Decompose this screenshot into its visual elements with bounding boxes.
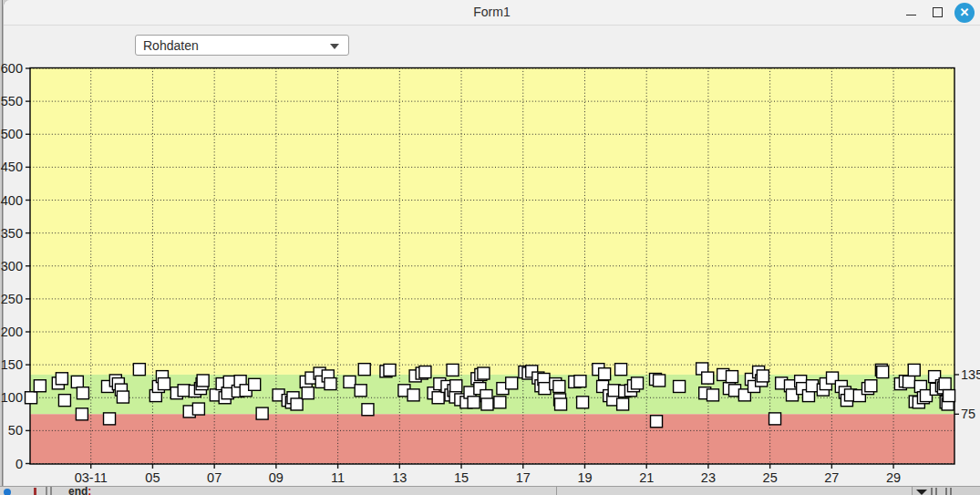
panel-divider [556,487,557,495]
data-point [432,392,444,404]
background-window-strip: end; [0,486,980,495]
data-point [26,392,37,404]
data-point [615,364,627,376]
data-point [654,375,665,387]
data-point [197,375,209,387]
x-tick-label: 23 [701,470,716,485]
breakpoint-dot-icon [4,489,11,495]
gutter-divider [50,487,52,495]
data-point [302,387,314,399]
data-point [506,377,518,389]
data-point [450,380,462,392]
data-point [877,366,889,378]
dataset-dropdown[interactable]: Rohdaten [135,35,349,56]
zone-high [30,68,954,375]
x-tick-label: 19 [577,470,592,485]
data-point [702,372,714,384]
data-point [539,383,551,395]
data-point [407,389,419,401]
data-point [807,380,819,392]
x-tick-label: 13 [392,470,407,485]
data-point [674,380,686,392]
y-tick-label: 150 [1,357,23,372]
data-point [158,378,170,390]
data-point [362,404,374,416]
data-point [384,364,396,376]
y-tick-label: 500 [1,127,23,141]
data-point [757,370,769,382]
data-point [178,385,190,397]
data-point [358,364,370,376]
y-tick-label: 0 [15,457,23,471]
data-point [574,376,586,387]
y-tick-label: 550 [1,94,23,108]
data-point [58,395,70,407]
gutter-mark-icon [34,488,36,495]
data-point [478,367,490,379]
y-tick-label: 400 [1,193,23,208]
scrollbar-divider [945,488,947,495]
data-point [117,391,129,403]
y-tick-label: 100 [1,390,23,405]
data-point [555,398,567,410]
data-point [944,390,955,402]
dataset-dropdown-value: Rohdaten [143,36,199,56]
data-point [77,387,88,399]
x-tick-label: 25 [763,470,778,485]
y-tick-label: 300 [1,259,23,273]
data-point [726,371,738,383]
y-tick-label: 450 [1,160,23,174]
data-point [133,364,145,376]
data-point [56,373,67,385]
x-tick-label: 21 [639,470,654,485]
right-tick-label: 135 [961,367,980,382]
data-point [419,366,431,378]
y-tick-label: 600 [1,61,23,76]
scrollbar-divider [935,488,937,495]
x-tick-label: 05 [145,470,160,485]
x-tick-label: 27 [824,470,839,485]
x-tick-label: 11 [331,470,345,485]
data-point [291,398,303,410]
scrollbar-divider [950,488,952,495]
data-point [599,368,611,380]
data-point [577,397,589,408]
data-point [34,380,46,392]
chart-area: 05010015020025030035040045050055060003-1… [0,0,980,486]
background-scrollbar[interactable] [912,487,980,495]
data-point [494,397,506,408]
data-point [553,380,565,392]
x-tick-label: 17 [516,470,531,485]
data-point [104,413,116,425]
gutter-divider [46,487,47,495]
data-point [632,377,644,389]
right-tick-label: 75 [961,407,975,421]
data-point [76,408,88,420]
scrollbar-down-arrow-icon[interactable] [916,490,927,495]
chevron-down-icon [330,44,339,49]
data-point [651,416,663,428]
data-point [865,380,877,392]
data-point [617,398,629,410]
data-point [769,413,781,425]
data-point [447,364,459,376]
data-point [325,378,336,390]
y-tick-label: 200 [1,325,23,339]
data-point [939,378,951,390]
code-text: end; [68,487,91,495]
x-tick-label: 07 [207,470,222,485]
data-point [707,389,718,401]
data-point [249,378,261,390]
data-point [468,397,480,408]
y-tick-label: 250 [1,292,23,306]
data-point [192,403,204,415]
y-tick-label: 50 [8,423,23,438]
y-tick-label: 350 [1,226,23,241]
data-point [908,364,920,376]
zone-low [30,414,954,463]
data-point [71,376,83,387]
data-point [256,407,268,419]
scrollbar-divider [931,488,933,495]
data-point [344,376,356,387]
data-point [903,376,915,387]
